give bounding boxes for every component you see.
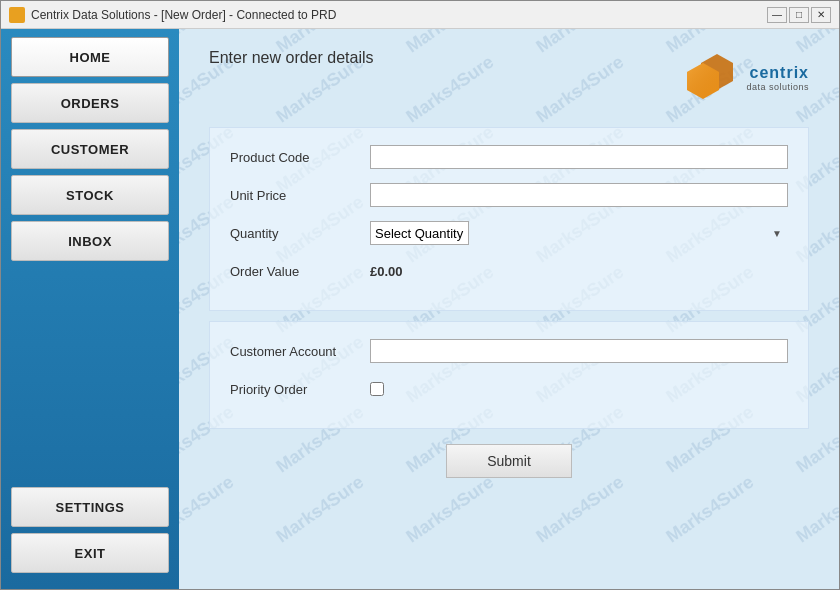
content-panel: Enter new order details	[179, 29, 839, 498]
unit-price-row: Unit Price	[230, 181, 788, 209]
product-code-row: Product Code	[230, 143, 788, 171]
sidebar-item-inbox[interactable]: INBOX	[11, 221, 169, 261]
priority-order-label: Priority Order	[230, 382, 370, 397]
minimize-button[interactable]: —	[767, 7, 787, 23]
title-bar-text: Centrix Data Solutions - [New Order] - C…	[31, 8, 761, 22]
restore-button[interactable]: □	[789, 7, 809, 23]
quantity-row: Quantity Select Quantity 1 2 5 10	[230, 219, 788, 247]
sidebar-item-exit[interactable]: EXIT	[11, 533, 169, 573]
sidebar-bottom: SETTINGS EXIT	[11, 487, 169, 581]
sidebar-item-customer[interactable]: CUSTOMER	[11, 129, 169, 169]
sidebar: HOME ORDERS CUSTOMER STOCK INBOX SETTING…	[1, 29, 179, 589]
app-window: Centrix Data Solutions - [New Order] - C…	[0, 0, 840, 590]
logo-sub: data solutions	[746, 82, 809, 92]
sidebar-item-orders-label: ORDERS	[61, 96, 120, 111]
quantity-select-wrapper: Select Quantity 1 2 5 10	[370, 221, 788, 245]
quantity-label: Quantity	[230, 226, 370, 241]
sidebar-item-customer-label: CUSTOMER	[51, 142, 129, 157]
customer-account-input[interactable]	[370, 339, 788, 363]
product-code-input[interactable]	[370, 145, 788, 169]
submit-row: Submit	[209, 444, 809, 478]
sidebar-nav: HOME ORDERS CUSTOMER STOCK INBOX	[11, 37, 169, 483]
sidebar-item-orders[interactable]: ORDERS	[11, 83, 169, 123]
page-title: Enter new order details	[209, 49, 374, 67]
order-value-row: Order Value £0.00	[230, 257, 788, 285]
main-layout: HOME ORDERS CUSTOMER STOCK INBOX SETTING…	[1, 29, 839, 589]
main-form-section: Product Code Unit Price Quantity Select	[209, 127, 809, 311]
logo-hexagons-icon	[665, 49, 740, 107]
priority-order-checkbox[interactable]	[370, 382, 384, 396]
app-icon	[9, 7, 25, 23]
title-bar-controls: — □ ✕	[767, 7, 831, 23]
sidebar-item-stock-label: STOCK	[66, 188, 114, 203]
unit-price-label: Unit Price	[230, 188, 370, 203]
close-button[interactable]: ✕	[811, 7, 831, 23]
customer-account-row: Customer Account	[230, 337, 788, 365]
sidebar-item-exit-label: EXIT	[75, 546, 106, 561]
customer-account-label: Customer Account	[230, 344, 370, 359]
header-row: Enter new order details	[209, 49, 809, 107]
priority-order-row: Priority Order	[230, 375, 788, 403]
logo: centrix data solutions	[665, 49, 809, 107]
logo-brand: centrix	[750, 64, 809, 82]
bottom-form-section: Customer Account Priority Order	[209, 321, 809, 429]
product-code-label: Product Code	[230, 150, 370, 165]
quantity-select[interactable]: Select Quantity 1 2 5 10	[370, 221, 469, 245]
unit-price-input[interactable]	[370, 183, 788, 207]
content-area: Marks4SureMarks4SureMarks4SureMarks4Sure…	[179, 29, 839, 589]
sidebar-item-inbox-label: INBOX	[68, 234, 112, 249]
sidebar-item-home[interactable]: HOME	[11, 37, 169, 77]
submit-button[interactable]: Submit	[446, 444, 572, 478]
sidebar-item-home-label: HOME	[70, 50, 111, 65]
sidebar-item-settings[interactable]: SETTINGS	[11, 487, 169, 527]
title-bar: Centrix Data Solutions - [New Order] - C…	[1, 1, 839, 29]
sidebar-item-settings-label: SETTINGS	[55, 500, 124, 515]
logo-text: centrix data solutions	[746, 64, 809, 92]
order-value-display: £0.00	[370, 264, 403, 279]
sidebar-item-stock[interactable]: STOCK	[11, 175, 169, 215]
order-value-label: Order Value	[230, 264, 370, 279]
